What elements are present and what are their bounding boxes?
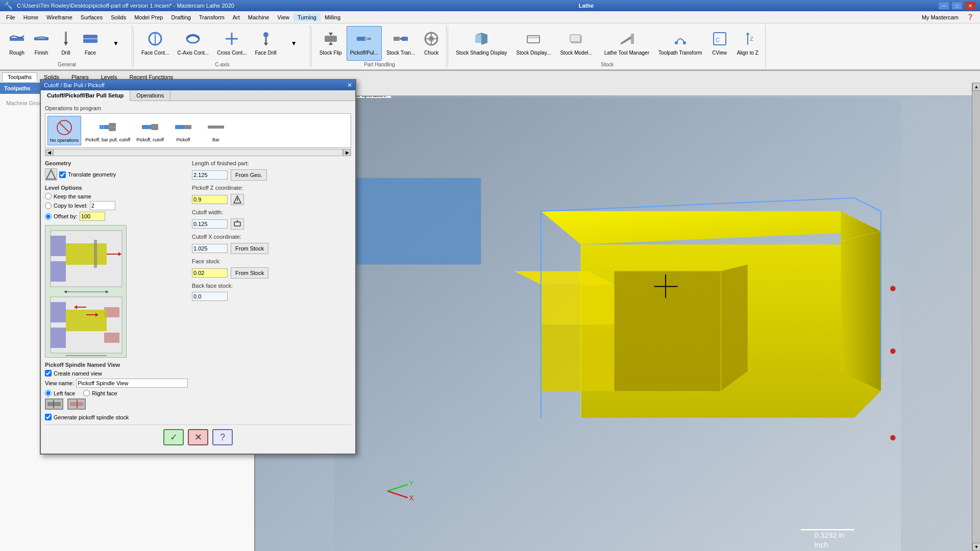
face-stock-input[interactable] <box>192 268 228 278</box>
radio-offset-by[interactable] <box>45 213 52 220</box>
ribbon-more-caxis[interactable]: ▼ <box>281 36 307 51</box>
length-input[interactable] <box>192 170 228 180</box>
dialog-tab-setup[interactable]: Cutoff/Pickoff/Bar Pull Setup <box>41 90 130 101</box>
maximize-button[interactable]: □ <box>951 2 963 10</box>
translate-geometry-label[interactable]: Translate geometry <box>59 171 116 178</box>
pickoff-label: Pickoff/Pul... <box>350 50 378 56</box>
op-bar[interactable]: Bar <box>201 116 231 145</box>
offset-by-input[interactable] <box>80 212 105 221</box>
menu-home[interactable]: Home <box>19 13 42 21</box>
op-no-operations[interactable]: No operations <box>47 116 81 145</box>
radio-copy-to[interactable] <box>45 203 52 209</box>
scroll-up-btn[interactable]: ▲ <box>972 83 980 91</box>
ribbon-btn-face[interactable]: Face <box>79 26 102 61</box>
menu-solids[interactable]: Solids <box>107 13 130 21</box>
copy-to-level-input[interactable] <box>90 201 115 210</box>
stock-model-label: Stock Model... <box>560 50 592 56</box>
tab-toolpaths[interactable]: Toolpaths <box>2 72 37 82</box>
cutoff-x-from-stock-btn[interactable]: From Stock <box>231 243 268 254</box>
ribbon-btn-rough[interactable]: Rough <box>5 26 29 61</box>
ribbon-btn-stock-flip[interactable]: Stock Flip <box>316 26 346 61</box>
view-name-input[interactable] <box>76 379 188 388</box>
op-pickoff-bar-cutoff[interactable]: Pickoff, bar pull, cutoff <box>83 116 132 145</box>
ribbon-btn-drill[interactable]: Drill <box>54 26 78 61</box>
cancel-button[interactable]: ✕ <box>188 429 208 445</box>
pickoff-z-input[interactable] <box>192 195 228 204</box>
viewport-scrollbar-right[interactable]: ▲ ▼ <box>972 83 980 551</box>
menu-transform[interactable]: Transform <box>195 13 229 21</box>
svg-rect-80 <box>208 126 224 129</box>
scroll-down-btn[interactable]: ▼ <box>972 543 980 551</box>
svg-point-62 <box>890 348 895 354</box>
left-face-radio[interactable] <box>45 390 52 396</box>
no-op-label: No operations <box>50 138 79 143</box>
ribbon-btn-lathe-tool[interactable]: Lathe Tool Manager <box>601 26 653 61</box>
ribbon-btn-align-z[interactable]: Z Align to Z <box>733 26 762 61</box>
ribbon-btn-stock-shading[interactable]: Stock Shading Display <box>452 26 510 61</box>
ribbon-btn-face-drill[interactable]: Face Drill <box>252 26 280 61</box>
right-face-radio[interactable] <box>83 390 90 396</box>
ribbon-btn-pickoff[interactable]: Pickoff/Pul... <box>347 26 382 61</box>
menu-turning[interactable]: Turning <box>293 13 321 21</box>
svg-rect-77 <box>151 124 158 130</box>
cutoff-x-label: Cutoff X coordinate: <box>192 234 241 240</box>
ribbon-btn-finish[interactable]: Finish <box>30 26 53 61</box>
menu-surfaces[interactable]: Surfaces <box>77 13 107 21</box>
back-face-input[interactable] <box>192 292 228 301</box>
generate-spindle-label[interactable]: Generate pickoff spindle stock <box>45 414 188 420</box>
ok-button[interactable]: ✓ <box>163 429 184 445</box>
stock-tran-label: Stock Tran... <box>386 50 415 56</box>
viewport[interactable]: pickoff Z coordinate for the part pickof… <box>255 83 980 551</box>
ops-scroll-right[interactable]: ▶ <box>343 149 351 156</box>
close-button[interactable]: ✕ <box>965 2 976 10</box>
create-named-view-label[interactable]: Create named view <box>45 370 188 377</box>
help-button[interactable]: ? <box>212 429 233 445</box>
ribbon-btn-caxis-cont[interactable]: C-Axis Cont... <box>174 26 212 61</box>
op-pickoff-cutoff[interactable]: Pickoff, cutoff <box>134 116 166 145</box>
from-geo-btn[interactable]: From Geo. <box>231 169 267 181</box>
minimize-button[interactable]: ─ <box>938 2 949 10</box>
ribbon-btn-toolpath-transform[interactable]: Toolpath Transform <box>655 26 706 61</box>
op-pickoff[interactable]: Pickoff <box>168 116 199 145</box>
stock-display-label: Stock Display... <box>516 50 551 56</box>
menu-milling[interactable]: Milling <box>321 13 345 21</box>
menu-file[interactable]: File <box>2 13 19 21</box>
menu-model-prep[interactable]: Model Prep <box>130 13 167 21</box>
ribbon-group-caxis: Face Cont... C-Axis Cont... Cross Cont..… <box>135 24 310 68</box>
menu-drafting[interactable]: Drafting <box>167 13 195 21</box>
menu-view[interactable]: View <box>273 13 293 21</box>
ops-scroll-left[interactable]: ◀ <box>45 149 53 156</box>
svg-marker-49 <box>541 324 615 391</box>
panel-title: Toolpaths <box>4 85 31 91</box>
pickoff-z-icon-btn[interactable] <box>231 194 244 205</box>
dialog-tab-operations[interactable]: Operations <box>130 90 170 101</box>
ribbon-more-general[interactable]: ▼ <box>103 36 129 51</box>
radio-keep-same[interactable] <box>45 193 52 199</box>
menu-machine[interactable]: Machine <box>244 13 274 21</box>
ribbon-btn-chuck[interactable]: Chuck <box>420 26 443 61</box>
ribbon-btn-stock-model[interactable]: Stock Model... <box>556 26 596 61</box>
create-named-view-cb[interactable] <box>45 370 52 377</box>
ribbon-btn-face-cont[interactable]: Face Cont... <box>138 26 173 61</box>
left-face-label[interactable]: Left face <box>45 390 75 396</box>
generate-spindle-cb[interactable] <box>45 414 52 420</box>
ops-scrollbar-track[interactable] <box>53 149 343 156</box>
menu-art[interactable]: Art <box>229 13 244 21</box>
ribbon-btn-cview[interactable]: C CView <box>708 26 731 61</box>
face-stock-from-stock-btn[interactable]: From Stock <box>231 267 268 279</box>
ribbon-btn-stock-tran[interactable]: Stock Tran... <box>383 26 419 61</box>
ribbon-btn-cross-cont[interactable]: Cross Cont... <box>213 26 250 61</box>
lathe-tool-label: Lathe Tool Manager <box>604 50 649 56</box>
ribbon-btn-stock-display[interactable]: Stock Display... <box>512 26 554 61</box>
cutoff-width-icon-btn[interactable] <box>231 218 244 230</box>
face-label: Face <box>85 50 96 56</box>
help-menu[interactable]: ❓ <box>963 13 978 21</box>
right-face-label[interactable]: Right face <box>83 390 117 396</box>
cutoff-x-input[interactable] <box>192 244 228 253</box>
dialog-close-btn[interactable]: ✕ <box>347 82 352 89</box>
cutoff-width-input[interactable] <box>192 219 228 229</box>
svg-point-11 <box>263 32 268 37</box>
translate-geometry-checkbox[interactable] <box>59 171 66 178</box>
my-mastercam[interactable]: My Mastercam <box>918 13 963 21</box>
menu-wireframe[interactable]: Wireframe <box>42 13 77 21</box>
